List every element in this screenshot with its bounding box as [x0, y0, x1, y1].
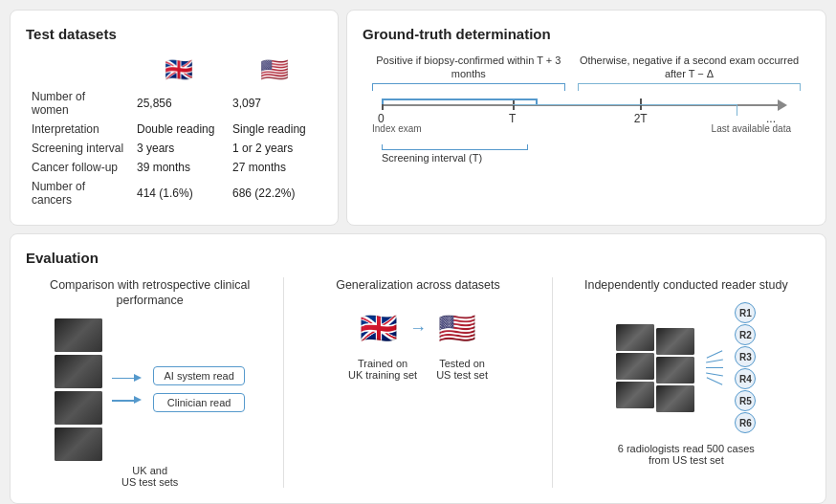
- clinician-line: [112, 400, 136, 402]
- row-label: Number of cancers: [26, 177, 131, 209]
- rs-mammo-1: [616, 324, 654, 351]
- negative-annotation: Otherwise, negative if a second exam occ…: [578, 54, 801, 81]
- divider-2: [552, 277, 553, 488]
- uk-flag-gen: 🇬🇧: [360, 310, 398, 346]
- radiologist-circles: R1R2R3R4R5R6: [735, 302, 756, 433]
- fan-4: [706, 373, 723, 377]
- table-row: InterpretationDouble readingSingle readi…: [26, 120, 322, 139]
- mammo-4: [55, 427, 102, 461]
- us-flag-header: 🇺🇸: [227, 54, 322, 87]
- fan-3: [706, 367, 723, 368]
- top-row: Test datasets 🇬🇧 🇺🇸 Number of women25,85…: [10, 10, 826, 226]
- row-uk-value: 414 (1.6%): [131, 177, 227, 209]
- radiologist-R4: R4: [735, 368, 756, 389]
- mammo-stack-2: [656, 328, 694, 412]
- mammo-stacks: [616, 324, 694, 412]
- ai-connector: [112, 378, 136, 380]
- screening-interval-brace: [382, 144, 528, 150]
- empty-header: [26, 54, 131, 87]
- row-us-value: 686 (22.2%): [227, 177, 322, 209]
- mammogram-stack: [55, 318, 102, 461]
- row-uk-value: 39 months: [131, 158, 227, 177]
- trained-label: Trained on UK training set: [348, 358, 417, 381]
- rs-mammo-5: [656, 357, 694, 383]
- positive-bracket: [372, 83, 565, 91]
- reader-title: Independently conducted reader study: [584, 277, 788, 293]
- radiologist-R2: R2: [735, 324, 756, 345]
- eval-sections: Comparison with retrospective clinical p…: [26, 277, 810, 488]
- main-container: Test datasets 🇬🇧 🇺🇸 Number of women25,85…: [10, 10, 826, 504]
- clinician-connector: [112, 400, 136, 402]
- row-label: Screening interval: [26, 139, 131, 158]
- uk-flag-header: 🇬🇧: [131, 54, 227, 87]
- row-label: Interpretation: [26, 120, 131, 139]
- us-flag-gen: 🇺🇸: [438, 310, 476, 346]
- mammo-1: [55, 318, 102, 352]
- row-label: Number of women: [26, 87, 131, 120]
- mammo-stack-1: [616, 324, 654, 412]
- eval-section-generalization: Generalization across datasets 🇬🇧 → 🇺🇸 T…: [294, 277, 541, 488]
- clinician-read-box: Clinician read: [153, 393, 244, 412]
- mammo-2: [55, 355, 102, 388]
- table-row: Screening interval3 years1 or 2 years: [26, 139, 322, 158]
- row-uk-value: 25,856: [131, 87, 227, 120]
- fan-5: [707, 377, 723, 385]
- uk-flag: 🇬🇧: [137, 56, 221, 83]
- table-row: Number of women25,8563,097: [26, 87, 322, 120]
- row-uk-value: Double reading: [131, 120, 227, 139]
- datasets-table: 🇬🇧 🇺🇸 Number of women25,8563,097Interpre…: [26, 54, 322, 209]
- last-available: Last available data: [712, 123, 791, 134]
- row-us-value: 3,097: [227, 87, 322, 120]
- ground-truth-title: Ground-truth determination: [363, 26, 810, 42]
- row-us-value: 27 months: [227, 158, 322, 177]
- row-us-value: 1 or 2 years: [227, 139, 322, 158]
- radiologist-R6: R6: [735, 412, 756, 433]
- ground-truth-card: Ground-truth determination Positive if b…: [346, 10, 826, 226]
- negative-bracket: [578, 83, 801, 91]
- test-datasets-card: Test datasets 🇬🇧 🇺🇸 Number of women25,85…: [10, 10, 339, 226]
- radiologist-R1: R1: [735, 302, 756, 323]
- table-row: Number of cancers414 (1.6%)686 (22.2%): [26, 177, 322, 209]
- eval-section-comparison: Comparison with retrospective clinical p…: [26, 277, 274, 488]
- clinician-arrow: [134, 396, 142, 404]
- row-uk-value: 3 years: [131, 139, 227, 158]
- reader-bottom-label: 6 radiologists read 500 cases from US te…: [618, 443, 755, 466]
- fan-arrows: [706, 354, 723, 382]
- us-flag: 🇺🇸: [232, 56, 317, 83]
- fan-2: [706, 360, 723, 363]
- ai-read-box: AI system read: [153, 366, 244, 385]
- rs-mammo-2: [616, 353, 654, 380]
- read-boxes: AI system read Clinician read: [153, 366, 244, 412]
- timeline-arrow: [778, 99, 787, 111]
- fan-1: [707, 350, 723, 359]
- comparison-bottom-label: UK andUS test sets: [121, 465, 178, 488]
- comparison-title: Comparison with retrospective clinical p…: [26, 277, 274, 309]
- comparison-diagram: AI system read Clinician read: [55, 318, 244, 461]
- positive-annotation: Positive if biopsy-confirmed within T + …: [372, 54, 565, 81]
- mammo-3: [55, 391, 102, 425]
- rs-mammo-6: [656, 385, 694, 412]
- rs-mammo-3: [616, 382, 654, 408]
- generalization-title: Generalization across datasets: [336, 277, 500, 293]
- radiologist-R5: R5: [735, 390, 756, 411]
- ai-line: [112, 378, 136, 380]
- table-row: Cancer follow-up39 months27 months: [26, 158, 322, 177]
- rs-mammo-4: [656, 328, 694, 355]
- evaluation-title: Evaluation: [26, 250, 810, 266]
- row-us-value: Single reading: [227, 120, 322, 139]
- flags-row: 🇬🇧 → 🇺🇸: [360, 310, 476, 346]
- tested-label: Tested on US test set: [436, 358, 488, 381]
- row-label: Cancer follow-up: [26, 158, 131, 177]
- divider-1: [283, 277, 284, 488]
- gen-labels: Trained on UK training set Tested on US …: [348, 358, 488, 381]
- test-datasets-title: Test datasets: [26, 26, 322, 42]
- sublabel-index: Index exam: [372, 123, 422, 134]
- radiologist-diagram: R1R2R3R4R5R6: [616, 302, 756, 433]
- connector-group: [112, 378, 136, 402]
- screening-interval-label: Screening interval (T): [382, 152, 801, 164]
- generalization-inner: 🇬🇧 → 🇺🇸 Trained on UK training set Teste…: [348, 302, 488, 381]
- gen-arrow: →: [409, 318, 427, 339]
- radiologist-R3: R3: [735, 346, 756, 367]
- evaluation-card: Evaluation Comparison with retrospective…: [10, 233, 826, 504]
- ai-arrow: [134, 374, 142, 382]
